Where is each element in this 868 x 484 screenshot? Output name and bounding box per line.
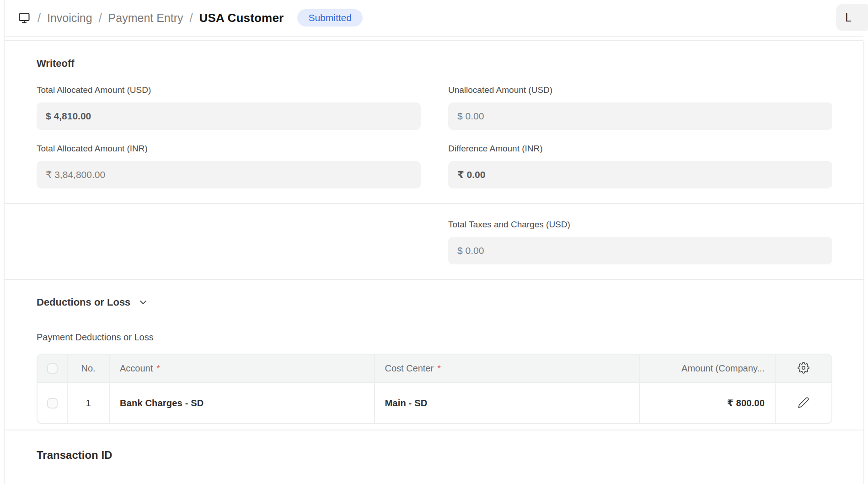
empty-cell <box>37 220 421 264</box>
deductions-section-toggle[interactable]: Deductions or Loss <box>37 296 149 308</box>
breadcrumb-item-invoicing[interactable]: Invoicing <box>47 11 92 25</box>
row-number: 1 <box>86 398 91 409</box>
account-value: Bank Charges - SD <box>120 398 204 409</box>
table-settings-cell <box>775 355 831 382</box>
total-allocated-usd-input[interactable]: $ 4,810.00 <box>37 102 421 130</box>
column-header-amount: Amount (Company... <box>639 355 775 382</box>
field-total-allocated-usd: Total Allocated Amount (USD) $ 4,810.00 <box>37 85 421 130</box>
field-total-allocated-inr: Total Allocated Amount (INR) ₹ 3,84,800.… <box>37 144 421 188</box>
table-settings-button[interactable] <box>798 362 809 375</box>
page-left-border <box>4 0 5 484</box>
field-difference-inr: Difference Amount (INR) ₹ 0.00 <box>448 144 832 188</box>
table-label: Payment Deductions or Loss <box>37 332 832 343</box>
select-all-cell <box>38 355 67 382</box>
status-badge: Submitted <box>297 9 363 27</box>
field-label: Total Allocated Amount (INR) <box>37 144 421 154</box>
column-header-label: Amount (Company... <box>681 363 765 374</box>
row-edit-cell <box>775 382 831 423</box>
edit-row-button[interactable] <box>798 397 809 410</box>
breadcrumb-item-payment-entry[interactable]: Payment Entry <box>108 11 183 25</box>
form-body: Writeoff Total Allocated Amount (USD) $ … <box>5 40 863 462</box>
amount-value: ₹ 800.00 <box>727 398 765 409</box>
section-title-deductions: Deductions or Loss <box>37 296 130 308</box>
row-no-cell: 1 <box>67 382 109 423</box>
breadcrumb: / Invoicing / Payment Entry / USA Custom… <box>5 0 863 37</box>
row-account-cell[interactable]: Bank Charges - SD <box>109 382 374 423</box>
column-header-account: Account * <box>109 355 374 382</box>
desktop-monitor-icon[interactable] <box>17 11 31 24</box>
total-taxes-usd-input[interactable]: $ 0.00 <box>448 237 832 264</box>
breadcrumb-separator: / <box>190 11 193 25</box>
field-label: Unallocated Amount (USD) <box>448 85 832 95</box>
column-header-label: Cost Center <box>385 363 434 374</box>
row-select-cell <box>38 382 67 423</box>
page-right-border <box>863 41 864 484</box>
column-header-no: No. <box>67 355 109 382</box>
column-header-cost-center: Cost Center * <box>374 355 639 382</box>
field-label: Total Taxes and Charges (USD) <box>448 220 832 230</box>
page-title: USA Customer <box>199 11 284 25</box>
total-allocated-inr-input[interactable]: ₹ 3,84,800.00 <box>37 161 421 188</box>
cost-center-value: Main - SD <box>385 398 428 409</box>
section-title-transaction-id: Transaction ID <box>37 449 832 462</box>
chevron-down-icon <box>138 297 149 308</box>
field-unallocated-usd: Unallocated Amount (USD) $ 0.00 <box>448 85 832 130</box>
gear-icon <box>798 362 809 375</box>
unallocated-usd-input[interactable]: $ 0.00 <box>448 102 832 130</box>
column-header-label: No. <box>81 363 95 374</box>
section-title-writeoff: Writeoff <box>37 58 832 70</box>
difference-inr-input[interactable]: ₹ 0.00 <box>448 161 832 188</box>
section-transaction-id: Transaction ID <box>5 430 863 462</box>
header-gap <box>5 37 863 40</box>
row-checkbox[interactable] <box>47 398 58 409</box>
breadcrumb-separator: / <box>38 11 41 25</box>
column-header-label: Account <box>120 363 153 374</box>
section-deductions: Deductions or Loss Payment Deductions or… <box>5 280 863 430</box>
payment-entry-page: / Invoicing / Payment Entry / USA Custom… <box>0 0 868 484</box>
select-all-checkbox[interactable] <box>47 363 58 374</box>
row-cost-center-cell[interactable]: Main - SD <box>374 382 639 423</box>
required-marker: * <box>156 363 160 374</box>
field-label: Total Allocated Amount (USD) <box>37 85 421 95</box>
section-writeoff: Writeoff Total Allocated Amount (USD) $ … <box>5 41 863 204</box>
deductions-table: No. Account * Cost Center * Amount (Comp… <box>37 354 832 424</box>
field-label: Difference Amount (INR) <box>448 144 832 154</box>
field-total-taxes-usd: Total Taxes and Charges (USD) $ 0.00 <box>448 220 832 264</box>
required-marker: * <box>437 363 441 374</box>
row-amount-cell[interactable]: ₹ 800.00 <box>639 382 775 423</box>
breadcrumb-separator: / <box>99 11 102 25</box>
pencil-icon <box>798 397 809 410</box>
section-taxes: Total Taxes and Charges (USD) $ 0.00 <box>5 204 863 280</box>
header-right-button[interactable]: L <box>836 4 868 31</box>
